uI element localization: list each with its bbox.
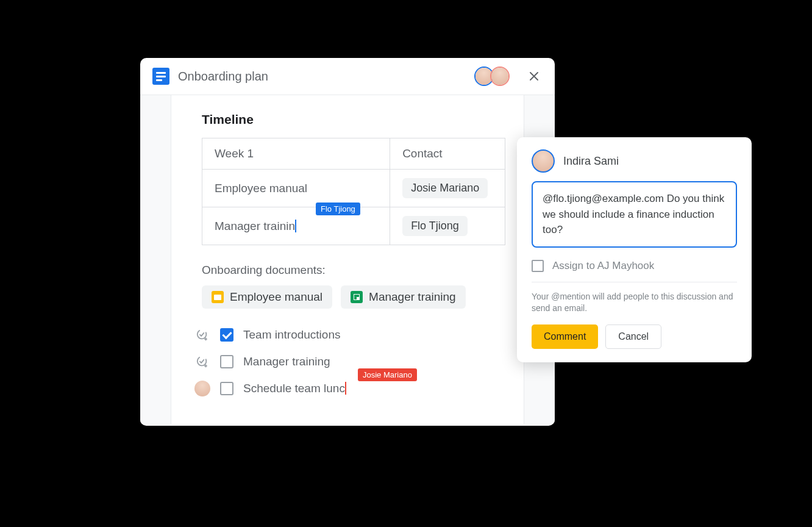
close-button[interactable] (525, 68, 543, 85)
document-chip-label: Employee manual (230, 290, 322, 304)
document-chip-sheets[interactable]: Manager training (341, 285, 466, 309)
contact-cell[interactable]: Flo Tjiong (390, 207, 505, 245)
collab-cursor-text: Schedule team lunc (243, 382, 346, 395)
cancel-button[interactable]: Cancel (605, 324, 661, 349)
checklist: Team introductions Manager training S (194, 327, 505, 396)
timeline-table: Week 1 Contact Employee manual Josie Mar… (202, 138, 505, 245)
document-chip-slides[interactable]: Employee manual (202, 285, 332, 309)
comment-actions: Comment Cancel (532, 324, 737, 349)
checklist-item[interactable]: Team introductions (194, 327, 505, 343)
comment-input[interactable]: @flo.tjiong@example.com Do you think we … (532, 181, 737, 248)
table-row: Employee manual Josie Mariano (202, 170, 505, 207)
doc-window: Onboarding plan Timeline Week 1 Contact … (140, 58, 555, 426)
collab-cursor-text: Manager trainin (215, 220, 296, 232)
collab-cursor-flag: Josie Mariano (358, 368, 417, 381)
comment-card: Indira Sami @flo.tjiong@example.com Do y… (517, 137, 752, 362)
assignee-avatar-icon[interactable] (194, 381, 210, 396)
table-header-week[interactable]: Week 1 (202, 138, 390, 170)
avatar-collaborator-2[interactable] (490, 66, 510, 86)
comment-header: Indira Sami (532, 149, 737, 173)
task-cell[interactable]: Manager trainin Flo Tjiong (202, 207, 390, 245)
comment-author-avatar (532, 149, 555, 173)
mention-helper-text: Your @mention will add people to this di… (532, 291, 737, 315)
document-chip-label: Manager training (369, 290, 456, 304)
assign-label: Assign to AJ Mayhook (552, 260, 654, 272)
slides-icon (212, 291, 224, 303)
checklist-label: Manager training (243, 355, 330, 368)
documents-heading: Onboarding documents: (202, 264, 505, 277)
table-header-row: Week 1 Contact (202, 138, 505, 170)
assign-task-icon[interactable] (194, 354, 210, 370)
contact-chip[interactable]: Flo Tjiong (402, 216, 468, 236)
section-heading-timeline: Timeline (202, 112, 505, 127)
checkbox[interactable] (220, 382, 233, 395)
contact-cell[interactable]: Josie Mariano (390, 170, 505, 207)
close-icon (529, 71, 539, 81)
table-row: Manager trainin Flo Tjiong Flo Tjiong (202, 207, 505, 245)
doc-body: Timeline Week 1 Contact Employee manual … (140, 95, 555, 424)
checklist-item[interactable]: Schedule team lunc Josie Mariano (194, 381, 505, 396)
sheets-icon (351, 291, 363, 303)
assign-task-icon[interactable] (194, 327, 210, 343)
task-cell[interactable]: Employee manual (202, 170, 390, 207)
checklist-label: Schedule team lunc Josie Mariano (243, 382, 346, 395)
assign-row[interactable]: Assign to AJ Mayhook (532, 256, 737, 282)
checklist-label: Team introductions (243, 328, 340, 342)
document-chips-row: Employee manual Manager training (202, 285, 505, 309)
collab-cursor-flag: Flo Tjiong (316, 203, 360, 215)
assign-checkbox[interactable] (532, 260, 544, 272)
checkbox[interactable] (220, 355, 233, 368)
checkbox[interactable] (220, 328, 233, 342)
contact-chip[interactable]: Josie Mariano (402, 178, 488, 198)
table-header-contact[interactable]: Contact (390, 138, 505, 170)
comment-button[interactable]: Comment (532, 324, 598, 349)
collaborator-avatars[interactable] (474, 66, 510, 86)
google-docs-icon (152, 68, 169, 85)
doc-title[interactable]: Onboarding plan (178, 70, 466, 84)
doc-header: Onboarding plan (140, 58, 555, 95)
doc-page[interactable]: Timeline Week 1 Contact Employee manual … (171, 95, 524, 424)
comment-author-name: Indira Sami (563, 155, 619, 168)
checklist-item[interactable]: Manager training (194, 354, 505, 370)
